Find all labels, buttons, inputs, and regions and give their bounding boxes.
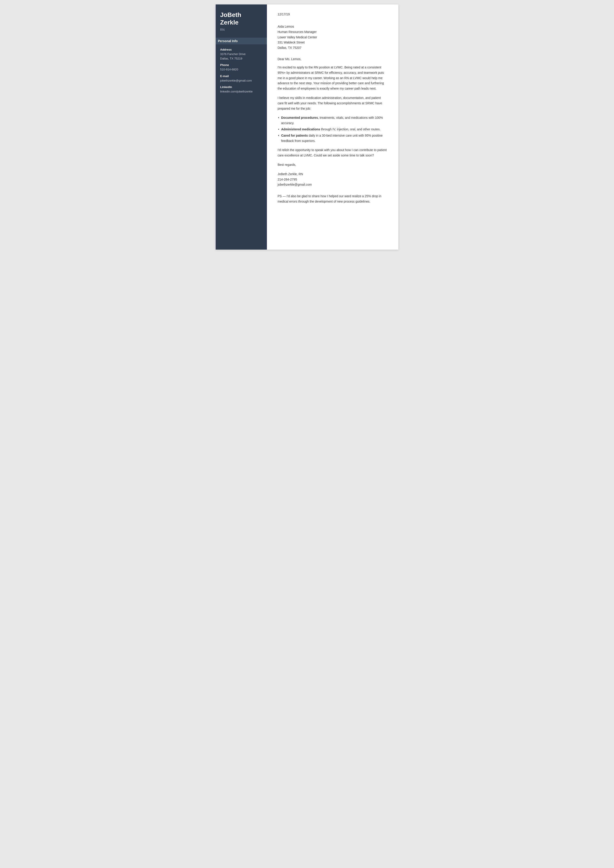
address-value-2: Dallas, TX 75219 xyxy=(220,56,262,61)
linkedin-value: linkedin.com/jobethzerkle xyxy=(220,89,262,94)
paragraph-1: I'm excited to apply to the RN position … xyxy=(278,65,388,92)
bullet-2-rest: through IV, injection, oral, and other r… xyxy=(320,127,380,131)
bullet-1-bold: Documented procedures xyxy=(281,116,318,120)
applicant-title: RN xyxy=(220,28,262,31)
salutation: Dear Ms. Lemos, xyxy=(278,57,388,61)
recipient-block: Aida Lemos Human Resources Manager Lower… xyxy=(278,24,388,51)
bullet-item-1: Documented procedures, treatments, vital… xyxy=(278,115,388,126)
ps-paragraph: PS — I'd also be glad to share how I hel… xyxy=(278,194,388,204)
bullet-2-bold: Administered medications xyxy=(281,127,320,131)
bullet-3-bold: Cared for patients xyxy=(281,134,308,137)
signature-block: JoBeth Zerkle, RN 214-284-2795 jobethzer… xyxy=(278,172,388,188)
email-label: E-mail xyxy=(220,75,262,78)
paragraph-2: I believe my skills in medication admini… xyxy=(278,95,388,111)
recipient-role: Human Resources Manager xyxy=(278,30,388,35)
closing: Best regards, xyxy=(278,162,388,168)
paragraph-3: I'd relish the opportunity to speak with… xyxy=(278,148,388,158)
bullet-item-2: Administered medications through IV, inj… xyxy=(278,127,388,132)
signature-phone: 214-284-2795 xyxy=(278,177,388,182)
bullet-list: Documented procedures, treatments, vital… xyxy=(278,115,388,143)
bullet-item-3: Cared for patients daily in a 30-bed int… xyxy=(278,133,388,144)
recipient-address2: Dallas, TX 75207 xyxy=(278,45,388,51)
date: 12/17/19 xyxy=(278,12,388,16)
signature-email: jobethzerkle@gmail.com xyxy=(278,182,388,188)
linkedin-label: LinkedIn xyxy=(220,85,262,89)
address-label: Address xyxy=(220,48,262,51)
signature-name: JoBeth Zerkle, RN xyxy=(278,172,388,177)
personal-info-header: Personal Info xyxy=(216,38,267,44)
address-value-1: 3376 Fancher Drive xyxy=(220,52,262,56)
main-content: 12/17/19 Aida Lemos Human Resources Mana… xyxy=(267,5,398,250)
sidebar: JoBeth Zerkle RN Personal Info Address 3… xyxy=(216,5,267,250)
resume-page: JoBeth Zerkle RN Personal Info Address 3… xyxy=(216,5,398,250)
recipient-name: Aida Lemos xyxy=(278,24,388,30)
recipient-address1: 331 Waldeck Street xyxy=(278,40,388,45)
phone-label: Phone xyxy=(220,63,262,67)
recipient-company: Lower Valley Medical Center xyxy=(278,35,388,40)
phone-value: 510-914-6820 xyxy=(220,67,262,72)
applicant-name: JoBeth Zerkle xyxy=(220,11,262,26)
email-value: jobethzerkle@gmail.com xyxy=(220,78,262,83)
